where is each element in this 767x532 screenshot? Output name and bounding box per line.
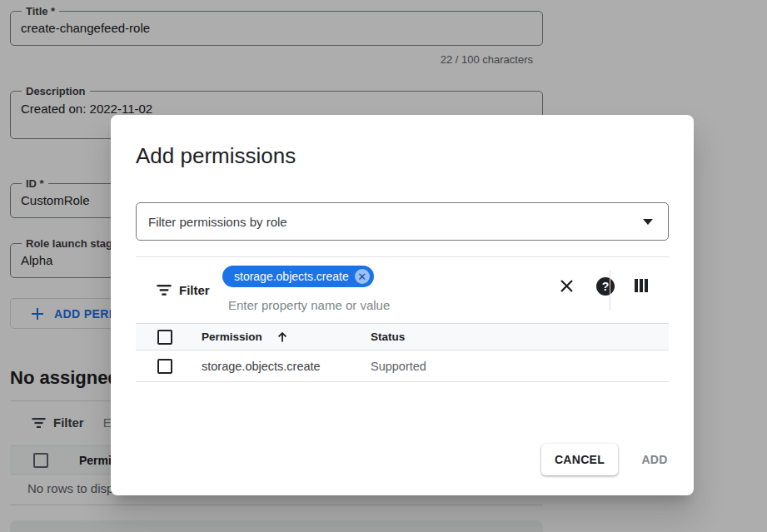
row-permission-value: storage.objects.create: [202, 360, 371, 373]
cancel-button[interactable]: CANCEL: [541, 444, 618, 475]
table-row[interactable]: storage.objects.create Supported: [136, 351, 669, 382]
help-icon: ?: [596, 277, 615, 296]
sort-ascending-icon[interactable]: [276, 331, 289, 344]
filter-help-button[interactable]: ?: [595, 276, 615, 296]
row-status-value: Supported: [371, 360, 669, 373]
add-permissions-dialog: Add permissions Filter permissions by ro…: [111, 115, 694, 495]
screen: Title * create-changefeed-role 22 / 100 …: [0, 0, 767, 532]
permissions-table: Permission Status storage.objects.create…: [136, 323, 669, 382]
dialog-title: Add permissions: [136, 143, 296, 169]
chip-remove-icon[interactable]: ✕: [355, 269, 370, 284]
filter-chip-label: storage.objects.create: [234, 270, 349, 283]
column-display-button[interactable]: [631, 276, 651, 296]
permissions-table-header-row: Permission Status: [136, 323, 669, 351]
filter-chip[interactable]: storage.objects.create ✕: [222, 266, 374, 287]
filter-permissions-by-role-dropdown[interactable]: Filter permissions by role: [136, 202, 669, 241]
select-all-checkbox[interactable]: [157, 330, 172, 345]
close-icon: [560, 279, 574, 293]
dialog-filter-label: Filter: [179, 283, 210, 297]
permission-column-header[interactable]: Permission: [202, 331, 371, 344]
toolbar-divider: [610, 271, 610, 311]
filter-icon: [157, 284, 172, 296]
dialog-filter-input-placeholder[interactable]: Enter property name or value: [228, 298, 390, 312]
clear-filters-button[interactable]: [556, 276, 576, 296]
dialog-filter-button[interactable]: Filter: [157, 283, 210, 297]
dialog-filter-toolbar: Filter storage.objects.create ✕ Enter pr…: [136, 256, 669, 323]
role-dropdown-placeholder: Filter permissions by role: [148, 215, 287, 229]
dialog-footer: CANCEL ADD: [111, 444, 694, 475]
status-column-header[interactable]: Status: [371, 331, 669, 343]
row-checkbox[interactable]: [157, 359, 172, 374]
chevron-down-icon: [643, 219, 653, 225]
columns-icon: [635, 279, 648, 292]
add-button[interactable]: ADD: [627, 444, 682, 475]
